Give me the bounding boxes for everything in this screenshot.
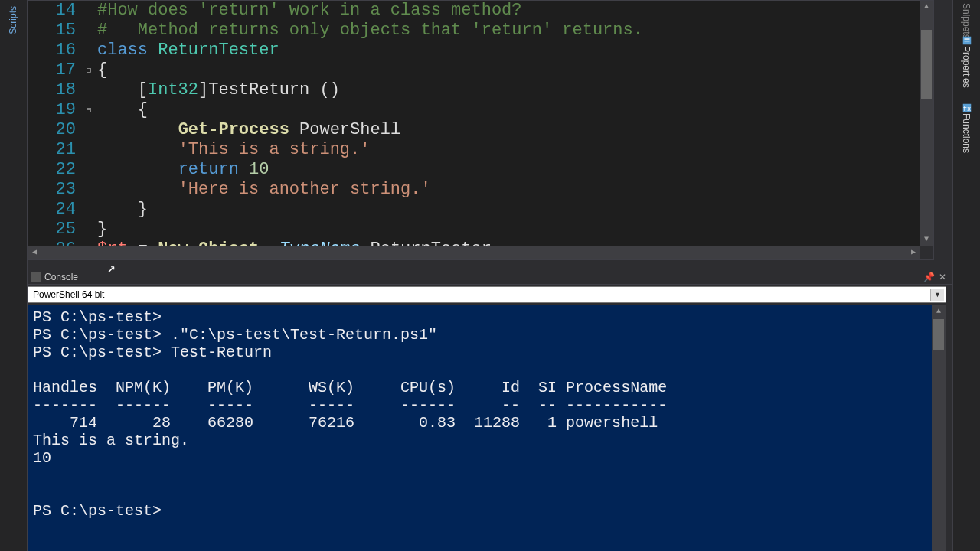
console-icon bbox=[31, 272, 41, 282]
terminal-line: PS C:\ps-test> bbox=[33, 308, 941, 326]
scroll-right-arrow-icon[interactable]: ▶ bbox=[907, 246, 920, 259]
line-number: 23 bbox=[28, 180, 79, 200]
fold-toggle[interactable]: ⊟ bbox=[83, 100, 94, 120]
line-number: 21 bbox=[28, 140, 79, 160]
editor-horizontal-scrollbar[interactable]: ◀ ▶ bbox=[28, 246, 920, 259]
properties-icon bbox=[962, 35, 972, 46]
line-number: 22 bbox=[28, 160, 79, 180]
svg-rect-1 bbox=[965, 38, 970, 39]
terminal-vertical-scrollbar[interactable]: ▲ ▼ bbox=[932, 305, 946, 551]
code-line[interactable]: class ReturnTester bbox=[97, 41, 933, 60]
scripts-tab[interactable]: Scripts bbox=[8, 6, 18, 34]
console-title: Console bbox=[44, 272, 78, 282]
mouse-cursor-icon: ↗ bbox=[107, 259, 116, 276]
code-area[interactable]: #How does 'return' work in a class metho… bbox=[94, 1, 933, 246]
chevron-down-icon[interactable]: ▼ bbox=[930, 289, 944, 301]
console-runtime-dropdown[interactable]: PowerShell 64 bit ▼ bbox=[28, 286, 946, 303]
line-number-gutter: 14151617181920212223242526 bbox=[28, 1, 83, 246]
line-number: 19 bbox=[28, 100, 79, 120]
right-tool-strip: Snippets Properties fx Functions bbox=[952, 0, 980, 551]
terminal-line: Handles NPM(K) PM(K) WS(K) CPU(s) Id SI … bbox=[33, 379, 941, 396]
scroll-up-arrow-icon[interactable]: ▲ bbox=[932, 305, 946, 318]
fold-toggle bbox=[83, 80, 94, 100]
code-line[interactable]: return 10 bbox=[97, 160, 933, 180]
fold-toggle bbox=[83, 1, 94, 21]
fold-toggle bbox=[83, 180, 94, 200]
terminal-line: 10 bbox=[33, 449, 941, 467]
svg-text:fx: fx bbox=[963, 106, 972, 113]
terminal-line: 714 28 66280 76216 0.83 11288 1 powershe… bbox=[33, 414, 941, 432]
line-number: 16 bbox=[28, 41, 79, 60]
scroll-up-arrow-icon[interactable]: ▲ bbox=[920, 1, 933, 13]
close-button[interactable]: ✕ bbox=[936, 272, 949, 282]
code-line[interactable]: [Int32]TestReturn () bbox=[97, 80, 933, 100]
terminal-line bbox=[33, 361, 941, 379]
code-line[interactable]: } bbox=[97, 200, 933, 220]
line-number: 17 bbox=[28, 60, 79, 80]
line-number: 24 bbox=[28, 200, 79, 220]
fold-toggle[interactable]: ⊟ bbox=[83, 60, 94, 80]
code-line[interactable]: # Method returns only objects that 'retu… bbox=[97, 21, 933, 41]
fold-toggle bbox=[83, 140, 94, 160]
fold-toggle bbox=[83, 200, 94, 220]
terminal-line: This is a string. bbox=[33, 432, 941, 449]
terminal-line bbox=[33, 467, 941, 484]
line-number: 20 bbox=[28, 120, 79, 140]
terminal-line: ------- ------ ----- ----- ------ -- -- … bbox=[33, 396, 941, 414]
terminal-line bbox=[33, 484, 941, 502]
scroll-left-arrow-icon[interactable]: ◀ bbox=[28, 246, 41, 259]
properties-tab[interactable]: Properties bbox=[961, 46, 972, 88]
editor-vscroll-thumb[interactable] bbox=[921, 30, 932, 99]
terminal-vscroll-thumb[interactable] bbox=[933, 319, 944, 350]
scroll-down-arrow-icon[interactable]: ▼ bbox=[920, 233, 933, 246]
terminal-line: PS C:\ps-test> bbox=[33, 502, 941, 520]
functions-tab[interactable]: Functions bbox=[961, 113, 972, 153]
code-line[interactable]: { bbox=[97, 100, 933, 120]
line-number: 15 bbox=[28, 21, 79, 41]
code-line[interactable]: $rt = New-Object -TypeName ReturnTester bbox=[97, 240, 933, 246]
terminal-line: PS C:\ps-test> Test-Return bbox=[33, 344, 941, 361]
functions-icon: fx bbox=[962, 103, 972, 113]
main-area: 14151617181920212223242526 ⊟⊟ #How does … bbox=[28, 0, 952, 551]
code-editor-panel: 14151617181920212223242526 ⊟⊟ #How does … bbox=[28, 0, 934, 260]
code-line[interactable]: Get-Process PowerShell bbox=[97, 120, 933, 140]
code-line[interactable]: { bbox=[97, 60, 933, 80]
fold-toggle bbox=[83, 21, 94, 41]
code-line[interactable]: 'Here is another string.' bbox=[97, 180, 933, 200]
terminal-output[interactable]: PS C:\ps-test>PS C:\ps-test> ."C:\ps-tes… bbox=[28, 305, 946, 551]
fold-column[interactable]: ⊟⊟ bbox=[83, 1, 94, 246]
code-line[interactable]: 'This is a string.' bbox=[97, 140, 933, 160]
line-number: 14 bbox=[28, 1, 79, 21]
terminal-line: PS C:\ps-test> ."C:\ps-test\Test-Return.… bbox=[33, 326, 941, 344]
svg-rect-2 bbox=[965, 41, 970, 41]
line-number: 25 bbox=[28, 220, 79, 240]
dropdown-selected-value: PowerShell 64 bit bbox=[33, 289, 104, 300]
fold-toggle bbox=[83, 120, 94, 140]
fold-toggle bbox=[83, 41, 94, 60]
left-tool-strip: Scripts bbox=[0, 0, 28, 551]
editor-vertical-scrollbar[interactable]: ▲ ▼ bbox=[920, 1, 933, 246]
fold-toggle bbox=[83, 160, 94, 180]
code-line[interactable]: #How does 'return' work in a class metho… bbox=[97, 1, 933, 21]
fold-toggle bbox=[83, 240, 94, 246]
code-editor[interactable]: 14151617181920212223242526 ⊟⊟ #How does … bbox=[28, 1, 933, 246]
console-header: Console 📌 ✕ bbox=[28, 269, 952, 285]
line-number: 18 bbox=[28, 80, 79, 100]
line-number: 26 bbox=[28, 240, 79, 246]
fold-toggle bbox=[83, 220, 94, 240]
pin-button[interactable]: 📌 bbox=[922, 272, 936, 282]
code-line[interactable]: } bbox=[97, 220, 933, 240]
console-panel: Console 📌 ✕ PowerShell 64 bit ▼ PS C:\ps… bbox=[28, 269, 952, 551]
